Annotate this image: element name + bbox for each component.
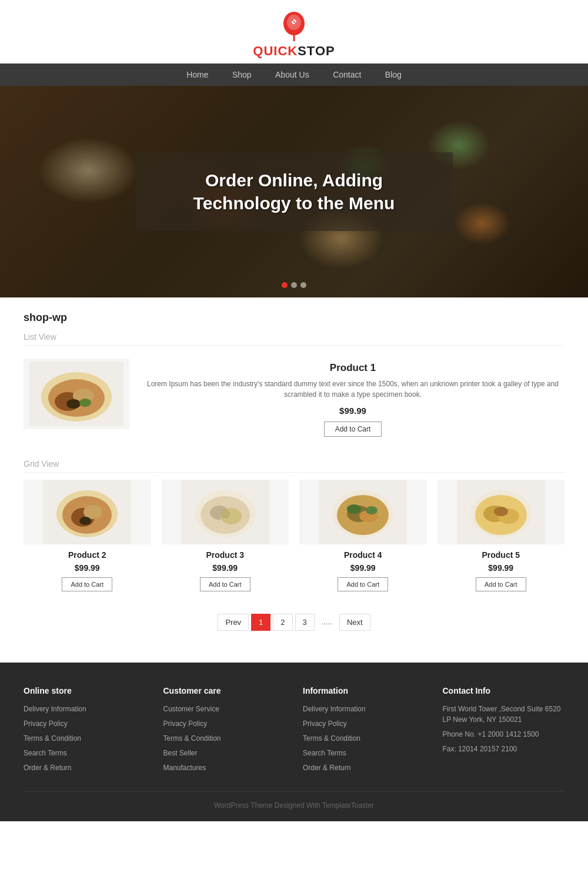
footer-link-manufactures[interactable]: Manufactures xyxy=(163,762,286,773)
footer-copyright: WordPress Theme Designed With TemplateTo… xyxy=(24,801,564,810)
grid-product-name-2: Product 2 xyxy=(24,550,151,560)
food-svg-4 xyxy=(319,480,407,544)
grid-product-price-2: $99.99 xyxy=(24,563,151,573)
list-product-info: Product 1 Lorem Ipsum has been the indus… xyxy=(141,359,564,437)
footer-col-information: Information Delivery Information Privacy… xyxy=(303,686,425,777)
footer: Online store Delivery Information Privac… xyxy=(0,663,588,821)
hero-text-box: Order Online, Adding Technology to the M… xyxy=(135,152,453,231)
footer-col-title-4: Contact Info xyxy=(443,686,565,695)
grid-product-image-5 xyxy=(437,480,565,544)
footer-link-search-1[interactable]: Search Terms xyxy=(24,748,146,758)
footer-bottom: WordPress Theme Designed With TemplateTo… xyxy=(24,791,564,810)
svg-point-12 xyxy=(79,399,91,407)
svg-point-11 xyxy=(66,399,81,409)
header: QUICKSTOP xyxy=(0,0,588,63)
hero-dot-2[interactable] xyxy=(291,282,297,288)
svg-point-31 xyxy=(366,506,377,514)
shop-title: shop-wp xyxy=(24,312,564,324)
footer-link-terms-3[interactable]: Terms & Condition xyxy=(303,733,425,744)
hero-dot-1[interactable] xyxy=(282,282,288,288)
grid-product-name-4: Product 4 xyxy=(299,550,427,560)
footer-link-privacy-3[interactable]: Privacy Policy xyxy=(303,718,425,729)
food-svg-5 xyxy=(457,480,545,544)
pagination-prev[interactable]: Prev xyxy=(218,614,249,631)
nav-about[interactable]: About Us xyxy=(275,70,309,79)
footer-col-contact: Contact Info First World Tower ,Second S… xyxy=(443,686,565,777)
footer-link-best-seller[interactable]: Best Seller xyxy=(163,748,286,758)
svg-point-24 xyxy=(220,509,230,519)
footer-col-title-2: Customer care xyxy=(163,686,286,695)
grid-product-image-2 xyxy=(24,480,151,544)
grid-product-price-5: $99.99 xyxy=(437,563,565,573)
hero-dot-3[interactable] xyxy=(300,282,306,288)
nav-home[interactable]: Home xyxy=(186,70,208,79)
footer-link-terms-2[interactable]: Terms & Condition xyxy=(163,733,286,744)
grid-product-price-4: $99.99 xyxy=(299,563,427,573)
grid-product-image-3 xyxy=(162,480,289,544)
footer-col-customer-care: Customer care Customer Service Privacy P… xyxy=(163,686,286,777)
svg-point-37 xyxy=(494,507,508,516)
footer-grid: Online store Delivery Information Privac… xyxy=(24,686,564,777)
footer-link-order-1[interactable]: Order & Return xyxy=(24,762,146,773)
grid-product-2: Product 2 $99.99 Add to Cart xyxy=(24,480,151,591)
hero-banner: Order Online, Adding Technology to the M… xyxy=(0,86,588,297)
pagination: Prev 1 2 3 ..... Next xyxy=(24,608,564,648)
grid-product-name-5: Product 5 xyxy=(437,550,565,560)
list-product-price: $99.99 xyxy=(141,406,564,416)
grid-product-4: Product 4 $99.99 Add to Cart xyxy=(299,480,427,591)
svg-point-30 xyxy=(347,504,361,514)
navigation: Home Shop About Us Contact Blog xyxy=(0,63,588,86)
list-view-label: List View xyxy=(24,332,564,346)
footer-col-title-1: Online store xyxy=(24,686,146,695)
nav-blog[interactable]: Blog xyxy=(385,70,402,79)
grid-product-price-3: $99.99 xyxy=(162,563,289,573)
logo-area: QUICKSTOP xyxy=(0,0,588,63)
grid-product-3: Product 3 $99.99 Add to Cart xyxy=(162,480,289,591)
list-product-description: Lorem Ipsum has been the industry's stan… xyxy=(141,379,564,400)
footer-link-privacy-2[interactable]: Privacy Policy xyxy=(163,718,286,729)
footer-col-online-store: Online store Delivery Information Privac… xyxy=(24,686,146,777)
grid-view: Product 2 $99.99 Add to Cart Product 3 $… xyxy=(24,480,564,591)
shop-section: shop-wp List View Product 1 Lorem Ipsum … xyxy=(0,297,588,663)
footer-col-title-3: Information xyxy=(303,686,425,695)
pagination-page-1[interactable]: 1 xyxy=(251,614,270,631)
food-svg-2 xyxy=(43,480,131,544)
list-view: Product 1 Lorem Ipsum has been the indus… xyxy=(24,353,564,443)
list-product-image xyxy=(24,359,129,429)
pagination-page-2[interactable]: 2 xyxy=(273,614,292,631)
svg-point-18 xyxy=(79,517,91,525)
hero-headline: Order Online, Adding Technology to the M… xyxy=(165,169,423,215)
grid-add-to-cart-button-3[interactable]: Add to Cart xyxy=(200,577,250,591)
grid-product-image-4 xyxy=(299,480,427,544)
pagination-dots: ..... xyxy=(317,614,337,631)
logo-stop: STOP xyxy=(298,44,335,58)
nav-contact[interactable]: Contact xyxy=(333,70,361,79)
footer-link-order-3[interactable]: Order & Return xyxy=(303,762,425,773)
grid-add-to-cart-button-4[interactable]: Add to Cart xyxy=(338,577,388,591)
grid-add-to-cart-button-2[interactable]: Add to Cart xyxy=(62,577,112,591)
food-svg-3 xyxy=(181,480,269,544)
footer-link-delivery-1[interactable]: Delivery Information xyxy=(24,704,146,714)
pagination-next[interactable]: Next xyxy=(339,614,370,631)
grid-product-5: Product 5 $99.99 Add to Cart xyxy=(437,480,565,591)
footer-link-terms-1[interactable]: Terms & Condition xyxy=(24,733,146,744)
grid-product-name-3: Product 3 xyxy=(162,550,289,560)
footer-link-privacy-1[interactable]: Privacy Policy xyxy=(24,718,146,729)
footer-link-delivery-3[interactable]: Delivery Information xyxy=(303,704,425,714)
list-add-to-cart-button[interactable]: Add to Cart xyxy=(324,422,382,437)
logo-quick: QUICK xyxy=(253,44,298,58)
pagination-page-3[interactable]: 3 xyxy=(295,614,315,631)
footer-address: First World Tower ,Second Suite 6520 LP … xyxy=(443,704,565,725)
footer-link-search-3[interactable]: Search Terms xyxy=(303,748,425,758)
grid-add-to-cart-button-5[interactable]: Add to Cart xyxy=(476,577,526,591)
nav-shop[interactable]: Shop xyxy=(232,70,252,79)
hero-dots xyxy=(282,282,306,288)
logo-icon xyxy=(279,11,309,41)
logo-text: QUICKSTOP xyxy=(0,44,588,59)
footer-phone: Phone No. +1 2000 1412 1500 xyxy=(443,729,565,740)
food-image-1 xyxy=(29,362,123,426)
grid-view-label: Grid View xyxy=(24,459,564,473)
list-product-name: Product 1 xyxy=(141,362,564,374)
footer-link-customer-service[interactable]: Customer Service xyxy=(163,704,286,714)
footer-fax: Fax: 12014 20157 2100 xyxy=(443,744,565,754)
